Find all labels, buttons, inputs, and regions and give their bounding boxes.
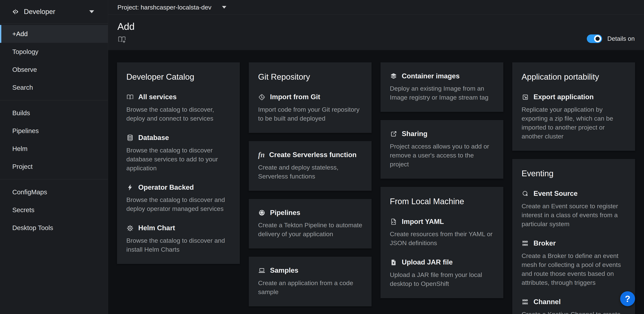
- action-label: Create Serverless function: [269, 151, 357, 159]
- card-container-images: Container imagesDeploy an existing Image…: [380, 62, 503, 112]
- action-all-services[interactable]: All services: [126, 93, 230, 101]
- action-sharing[interactable]: Sharing: [390, 130, 494, 138]
- add-item-import-yaml: Import YAMLCreate resources from their Y…: [390, 218, 494, 248]
- export-icon: [522, 93, 529, 101]
- card-from-local-machine: From Local MachineImport YAMLCreate reso…: [380, 187, 503, 298]
- sidebar-item-builds[interactable]: Builds: [0, 104, 108, 122]
- action-label: Import from Git: [270, 93, 320, 101]
- samples-icon: [258, 267, 266, 274]
- action-label: Broker: [534, 240, 556, 247]
- binary-icon: [522, 240, 529, 247]
- file-code-icon: [390, 218, 397, 225]
- card-title: Git Repository: [258, 72, 362, 81]
- toggle-knob: [594, 35, 601, 42]
- sidebar-item-secrets[interactable]: Secrets: [0, 201, 108, 219]
- serverless-fn-icon: fn: [258, 151, 265, 159]
- action-label: Channel: [534, 298, 561, 306]
- sidebar-item-desktop-tools[interactable]: Desktop Tools: [0, 219, 108, 237]
- sidebar-divider: [0, 100, 108, 100]
- action-label: Upload JAR file: [402, 259, 453, 266]
- action-event-source[interactable]: Event Source: [522, 190, 626, 198]
- sidebar-item-pipelines[interactable]: Pipelines: [0, 122, 108, 140]
- perspective-switcher[interactable]: Developer: [0, 0, 108, 23]
- sidebar-item-configmaps[interactable]: ConfigMaps: [0, 183, 108, 201]
- details-toggle[interactable]: [587, 34, 602, 43]
- column-1: Developer CatalogAll servicesBrowse the …: [117, 62, 240, 264]
- help-button[interactable]: ?: [620, 291, 635, 306]
- sidebar-item-project[interactable]: Project: [0, 158, 108, 176]
- card-title: From Local Machine: [390, 197, 494, 206]
- page-title: Add: [118, 21, 135, 32]
- action-description: Deploy an existing Image from an Image r…: [390, 84, 494, 102]
- action-operator-backed[interactable]: Operator Backed: [126, 184, 230, 191]
- chevron-down-icon: [222, 6, 226, 8]
- bolt-icon: [126, 184, 134, 191]
- action-description: Browse the catalog to discover database …: [126, 146, 230, 173]
- project-bar: Project: harshcasper-localsta-dev: [108, 0, 644, 15]
- card-title: Application portability: [522, 72, 626, 81]
- perspective-label: Developer: [24, 8, 55, 16]
- action-description: Browse the catalog to discover and insta…: [126, 236, 230, 254]
- database-icon: [126, 134, 134, 141]
- action-description: Create and deploy stateless, Serverless …: [258, 163, 362, 181]
- action-broker[interactable]: Broker: [522, 240, 626, 247]
- action-description: Create resources from their YAML or JSON…: [390, 230, 494, 247]
- share-icon: [390, 130, 397, 138]
- add-item-broker: BrokerCreate a Broker to define an event…: [522, 240, 626, 287]
- action-description: Browse the catalog to discover and deplo…: [126, 195, 230, 213]
- action-upload-jar-file[interactable]: Upload JAR file: [390, 259, 494, 266]
- action-description: Create an application from a code sample: [258, 279, 362, 296]
- card-application-portability: Application portabilityExport applicatio…: [512, 62, 635, 151]
- add-item-samples: SamplesCreate an application from a code…: [258, 267, 362, 296]
- action-label: Samples: [270, 267, 298, 274]
- project-selector[interactable]: Project: harshcasper-localsta-dev: [118, 4, 226, 11]
- sidebar-item-observe[interactable]: Observe: [0, 61, 108, 78]
- action-label: Export application: [534, 93, 594, 101]
- action-label: Import YAML: [402, 218, 444, 226]
- card-developer-catalog: Developer CatalogAll servicesBrowse the …: [117, 62, 240, 264]
- card-samples: SamplesCreate an application from a code…: [249, 257, 372, 306]
- action-channel[interactable]: Channel: [522, 298, 626, 306]
- add-item-helm-chart: Helm ChartBrowse the catalog to discover…: [126, 224, 230, 254]
- add-item-import-from-git: Import from GitImport code from your Git…: [258, 93, 362, 123]
- add-item-database: DatabaseBrowse the catalog to discover d…: [126, 134, 230, 173]
- main-area: Project: harshcasper-localsta-dev Add De…: [108, 0, 644, 314]
- action-import-yaml[interactable]: Import YAML: [390, 218, 494, 226]
- binary-icon: [522, 298, 529, 306]
- action-pipelines[interactable]: Pipelines: [258, 209, 362, 217]
- action-description: Project access allows you to add or remo…: [390, 142, 494, 169]
- action-database[interactable]: Database: [126, 134, 230, 142]
- action-samples[interactable]: Samples: [258, 267, 362, 274]
- sidebar-item-search[interactable]: Search: [0, 78, 108, 96]
- chevron-down-icon: [89, 10, 94, 13]
- action-label: Operator Backed: [138, 184, 194, 191]
- sidebar-item-add[interactable]: +Add: [0, 25, 108, 43]
- card-create-serverless-function: fnCreate Serverless functionCreate and d…: [249, 141, 372, 191]
- action-description: Create a Knative Channel to create an ev…: [522, 310, 626, 314]
- sidebar-item-helm[interactable]: Helm: [0, 140, 108, 158]
- column-4: Application portabilityExport applicatio…: [512, 62, 635, 314]
- layers-icon: [390, 72, 397, 80]
- action-description: Import code from your Git repository to …: [258, 105, 362, 123]
- sidebar-item-topology[interactable]: Topology: [0, 43, 108, 61]
- action-label: Database: [138, 134, 169, 142]
- action-import-from-git[interactable]: Import from Git: [258, 93, 362, 101]
- action-description: Create an Event source to register inter…: [522, 202, 626, 228]
- add-item-event-source: Event SourceCreate an Event source to re…: [522, 190, 626, 228]
- action-label: Event Source: [534, 190, 578, 198]
- action-create-serverless-function[interactable]: fnCreate Serverless function: [258, 151, 362, 159]
- add-item-container-images: Container imagesDeploy an existing Image…: [390, 72, 494, 102]
- file-upload-icon: [390, 259, 397, 266]
- card-title: Developer Catalog: [126, 72, 230, 81]
- action-export-application[interactable]: Export application: [522, 93, 626, 101]
- add-item-channel: ChannelCreate a Knative Channel to creat…: [522, 298, 626, 314]
- add-item-sharing: SharingProject access allows you to add …: [390, 130, 494, 169]
- action-description: Create a Tekton Pipeline to automate del…: [258, 221, 362, 238]
- event-source-icon: [522, 190, 529, 198]
- add-item-all-services: All servicesBrowse the catalog to discov…: [126, 93, 230, 123]
- catalog-icon: [126, 93, 134, 101]
- project-selector-label: Project: harshcasper-localsta-dev: [118, 4, 212, 11]
- action-helm-chart[interactable]: Helm Chart: [126, 224, 230, 232]
- action-container-images[interactable]: Container images: [390, 72, 494, 80]
- action-label: Sharing: [402, 130, 428, 138]
